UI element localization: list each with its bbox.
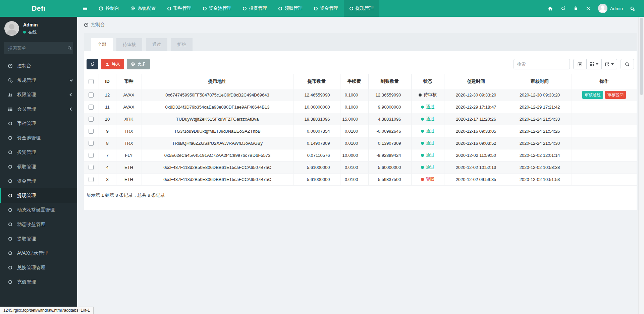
- cell-address: 0xcF487F118d2B50E806DBB61E15caFCCA6507B7…: [142, 173, 293, 185]
- cell-amount: 19.38831096: [293, 113, 340, 125]
- circle-icon: [7, 194, 13, 197]
- status-badge: 通过: [421, 116, 435, 122]
- circle-icon: [7, 266, 13, 269]
- user-menu[interactable]: Admin: [595, 4, 626, 13]
- row-checkbox[interactable]: [89, 129, 94, 134]
- circle-icon: [278, 7, 282, 10]
- cell-address: 0xcF487F118d2B50E806DBB61E15caFCCA6507B7…: [142, 161, 293, 173]
- nav-item-system-config[interactable]: 系统配置: [125, 0, 162, 17]
- trash-icon[interactable]: [570, 0, 582, 17]
- row-checkbox[interactable]: [89, 165, 94, 170]
- sidebar-user-name: Admin: [23, 22, 38, 27]
- more-button[interactable]: 更多: [127, 59, 150, 69]
- home-icon[interactable]: [544, 0, 557, 17]
- status-label: 待审核: [424, 92, 437, 98]
- cell-amount: 5.61000000: [293, 161, 340, 173]
- nav-item-dashboard[interactable]: 控制台: [93, 0, 125, 17]
- approve-button[interactable]: 审核通过: [582, 91, 603, 99]
- users-icon: [7, 92, 13, 97]
- avatar: [4, 21, 19, 36]
- sidebar-item-fund-mgmt[interactable]: 资金管理: [0, 174, 77, 188]
- more-label: 更多: [138, 61, 146, 67]
- cell-id: 3: [99, 173, 116, 185]
- breadcrumb-label: 控制台: [91, 22, 105, 28]
- header-created: 创建时间: [444, 74, 508, 89]
- row-checkbox[interactable]: [89, 177, 94, 182]
- cell-coin: TRX: [116, 125, 142, 137]
- cell-id: 8: [99, 137, 116, 149]
- gears-icon: [7, 78, 13, 83]
- columns-button[interactable]: [587, 59, 602, 69]
- main-content: 控制台 全部 待审核 通过 拒绝 导入 更多: [77, 17, 644, 314]
- sidebar-item-coin-mgmt[interactable]: 币种管理: [0, 116, 77, 131]
- cell-fee: 0.1000: [340, 101, 368, 113]
- sidebar-item-invest-mgmt[interactable]: 投资管理: [0, 145, 77, 160]
- dashboard-icon: [7, 63, 13, 68]
- sidebar-item-claim-mgmt[interactable]: 领取管理: [0, 160, 77, 174]
- tab-rejected[interactable]: 拒绝: [171, 38, 193, 51]
- row-checkbox[interactable]: [89, 153, 94, 158]
- row-checkbox[interactable]: [89, 92, 94, 98]
- nav-item-pool-mgmt[interactable]: 资金池管理: [197, 0, 237, 17]
- reject-button[interactable]: 审核驳回: [605, 91, 626, 99]
- row-checkbox[interactable]: [89, 117, 94, 122]
- fullscreen-icon[interactable]: [582, 0, 595, 17]
- search-icon: [67, 46, 72, 50]
- sidebar-item-general-mgmt[interactable]: 常规管理: [0, 73, 77, 87]
- sidebar-item-pool-mgmt[interactable]: 资金池管理: [0, 131, 77, 145]
- sidebar-item-dashboard[interactable]: 控制台: [0, 59, 77, 73]
- cell-receive: -0.00992646: [368, 125, 411, 137]
- nav-item-coin-mgmt[interactable]: 币种管理: [162, 0, 197, 17]
- status-link[interactable]: 通过: [426, 140, 435, 146]
- scrollbar-thumb[interactable]: [640, 18, 643, 95]
- status-link[interactable]: 通过: [426, 128, 435, 134]
- cell-receive: 5.59837500: [368, 173, 411, 185]
- nav-item-fund-mgmt[interactable]: 资金管理: [308, 0, 344, 17]
- cell-created: 2020-12-02 11:59:50: [444, 149, 508, 161]
- sidebar-item-withdraw-mgmt[interactable]: 提现管理: [0, 188, 77, 203]
- status-link[interactable]: 通过: [426, 116, 435, 122]
- advanced-search-button[interactable]: [621, 59, 634, 69]
- status-link[interactable]: 驳回: [426, 176, 435, 182]
- status-dot-icon: [421, 130, 424, 133]
- export-button[interactable]: [602, 59, 617, 69]
- sidebar-search-input[interactable]: [8, 46, 67, 51]
- nav-item-invest-mgmt[interactable]: 投资管理: [237, 0, 273, 17]
- sidebar-item-permission-mgmt[interactable]: 权限管理: [0, 87, 77, 102]
- status-link[interactable]: 通过: [426, 152, 435, 158]
- circle-icon: [314, 7, 318, 10]
- refresh-icon[interactable]: [557, 0, 570, 17]
- status-link[interactable]: 通过: [426, 164, 435, 170]
- import-button[interactable]: 导入: [101, 59, 124, 69]
- select-all-checkbox[interactable]: [89, 79, 94, 84]
- status-dot-icon: [421, 142, 424, 145]
- detail-view-button[interactable]: [573, 59, 587, 69]
- settings-gears-icon[interactable]: [626, 0, 639, 17]
- table-row: 9 TRX TG3r1ou9DuUktgfMETJ9dJNaEEoSAZThbB…: [84, 125, 637, 137]
- sidebar-item-avax-record-mgmt[interactable]: AVAX记录管理: [0, 246, 77, 260]
- cell-created: 2020-12-02 10:52:13: [444, 161, 508, 173]
- nav-item-claim-mgmt[interactable]: 领取管理: [273, 0, 308, 17]
- table-search-input[interactable]: [514, 59, 570, 69]
- cell-created: 2020-12-02 09:59:35: [444, 173, 508, 185]
- refresh-button[interactable]: [87, 59, 98, 69]
- sidebar-item-exchange-mgmt[interactable]: 兑换管理管理: [0, 260, 77, 275]
- sidebar-item-member-mgmt[interactable]: 会员管理: [0, 102, 77, 116]
- sidebar-item-dynamic-income-mgmt[interactable]: 动态收益管理: [0, 217, 77, 232]
- row-checkbox[interactable]: [89, 141, 94, 146]
- tab-all[interactable]: 全部: [91, 38, 113, 51]
- sidebar-toggle-button[interactable]: [77, 0, 93, 17]
- sidebar-item-label: 动态收益设置管理: [17, 207, 55, 213]
- sidebar-item-extract-mgmt[interactable]: 提取管理: [0, 232, 77, 246]
- sidebar-item-dynamic-income-settings[interactable]: 动态收益设置管理: [0, 203, 77, 217]
- tab-pending[interactable]: 待审核: [116, 38, 142, 51]
- nav-item-withdraw-mgmt[interactable]: 提现管理: [344, 0, 379, 17]
- vertical-scrollbar[interactable]: [638, 17, 644, 314]
- row-checkbox[interactable]: [89, 105, 94, 110]
- status-link[interactable]: 通过: [426, 104, 435, 110]
- cell-fee: 10.0000: [340, 149, 368, 161]
- app-logo[interactable]: Defi: [0, 0, 77, 17]
- sidebar-item-recharge-mgmt[interactable]: 充值管理: [0, 275, 77, 289]
- tab-passed[interactable]: 通过: [146, 38, 167, 51]
- status-dot-icon: [421, 166, 424, 169]
